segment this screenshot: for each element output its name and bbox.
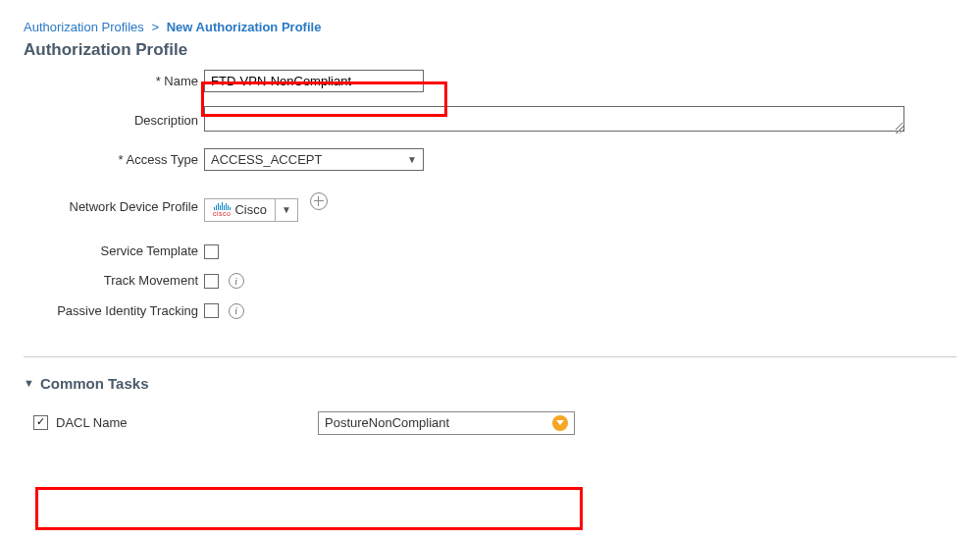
breadcrumb: Authorization Profiles > New Authorizati… [24,20,956,34]
track-movement-checkbox[interactable] [204,274,219,289]
name-input[interactable] [204,70,424,92]
ndp-label: Network Device Profile [24,199,204,214]
dacl-select[interactable]: PostureNonCompliant [318,411,575,435]
common-tasks-title: Common Tasks [40,375,149,392]
breadcrumb-parent-link[interactable]: Authorization Profiles [24,20,144,34]
access-type-label: * Access Type [24,152,204,167]
description-input[interactable] [204,106,904,132]
track-movement-label: Track Movement [24,273,204,288]
ndp-value: Cisco [234,202,267,217]
dacl-row: DACL Name PostureNonCompliant [24,404,956,443]
service-template-checkbox[interactable] [204,244,219,259]
breadcrumb-separator: > [151,20,159,34]
description-label: Description [24,113,204,128]
passive-identity-checkbox[interactable] [204,303,219,318]
chevron-down-icon: ▼ [275,199,297,221]
chevron-down-icon: ▼ [407,154,417,165]
passive-identity-label: Passive Identity Tracking [24,303,204,318]
service-template-label: Service Template [24,243,204,258]
breadcrumb-current: New Authorization Profile [167,20,322,34]
dacl-value: PostureNonCompliant [325,415,449,430]
dropdown-icon [552,415,568,431]
name-label: * Name [24,74,204,88]
dacl-label: DACL Name [56,415,127,430]
common-tasks-header[interactable]: ▼ Common Tasks [24,356,956,392]
chevron-down-icon: ▼ [24,377,34,389]
info-icon[interactable]: i [229,303,244,319]
info-icon[interactable]: i [229,273,244,289]
highlight-box [35,487,583,530]
dacl-checkbox[interactable] [33,415,48,430]
access-type-select[interactable]: ACCESS_ACCEPT ▼ [204,148,424,171]
page-title: Authorization Profile [24,40,956,60]
add-ndp-button[interactable] [310,192,328,210]
cisco-logo-icon: cisco [213,202,231,217]
access-type-value: ACCESS_ACCEPT [211,152,322,167]
network-device-profile-select[interactable]: cisco Cisco ▼ [204,198,298,222]
